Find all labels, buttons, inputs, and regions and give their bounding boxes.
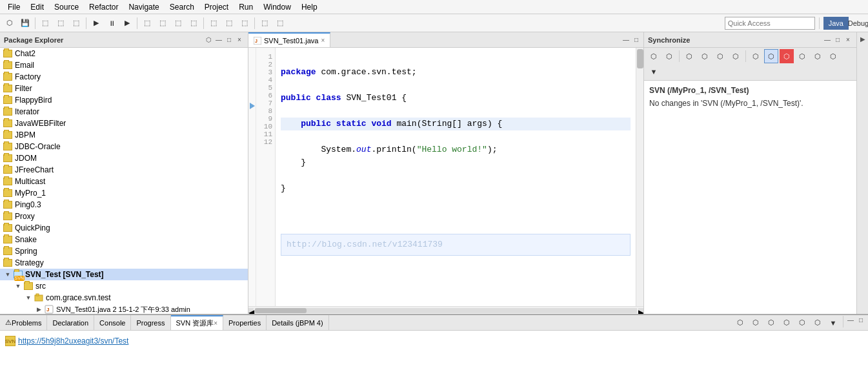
tree-item-jdbc[interactable]: JDBC-Oracle: [0, 141, 248, 152]
sync-btn-5[interactable]: ⬡: [713, 49, 727, 63]
panel-close-btn[interactable]: ×: [235, 36, 244, 45]
sync-max-btn[interactable]: □: [833, 36, 842, 45]
menu-source[interactable]: Source: [49, 1, 84, 13]
sync-btn-6[interactable]: ⬡: [729, 49, 743, 63]
bottom-panel-btn-1[interactable]: ⬡: [733, 316, 747, 330]
tree-item-proxy[interactable]: Proxy: [0, 211, 248, 222]
menu-window[interactable]: Window: [258, 1, 296, 13]
tree-item-jbpm[interactable]: JBPM: [0, 129, 248, 141]
sync-btn-11[interactable]: ⬡: [811, 49, 825, 63]
menu-search[interactable]: Search: [165, 1, 199, 13]
tree-item-strategy[interactable]: Strategy: [0, 257, 248, 269]
panel-max-btn[interactable]: □: [225, 36, 234, 45]
tree-item-src[interactable]: ▼ src: [0, 280, 248, 292]
tree-expand-icon[interactable]: ▼: [3, 271, 13, 278]
bottom-panel-btn-4[interactable]: ⬡: [780, 316, 794, 330]
tree-item-chat2[interactable]: Chat2: [0, 48, 248, 59]
tree-item-jdom[interactable]: JDOM: [0, 152, 248, 164]
panel-min-btn[interactable]: —: [214, 36, 223, 45]
editor-max-btn[interactable]: □: [632, 36, 641, 45]
sync-btn-12[interactable]: ⬡: [826, 49, 840, 63]
editor-min-btn[interactable]: —: [621, 36, 631, 45]
bottom-tab-problems[interactable]: ⚠ Problems: [0, 315, 47, 330]
tree-item-javawebfilter[interactable]: JavaWEBFilter: [0, 118, 248, 129]
bottom-panel-btn-6[interactable]: ⬡: [811, 316, 825, 330]
tree-item-multicast[interactable]: Multicast: [0, 176, 248, 187]
tree-expand-icon[interactable]: ▶: [34, 306, 44, 313]
bottom-max-btn[interactable]: □: [856, 316, 865, 325]
sync-min-btn[interactable]: —: [823, 36, 832, 45]
sync-btn-2[interactable]: ⬡: [662, 49, 676, 63]
toolbar-btn-8[interactable]: ⬚: [187, 16, 201, 30]
toolbar-new-btn[interactable]: ⬡: [3, 16, 17, 30]
tree-item-javafile[interactable]: ▶ J SVN_Test01.java 2 15-1-2 下午9:33 admi…: [0, 304, 248, 314]
code-content[interactable]: package com.grace.svn.test; public class…: [276, 48, 636, 306]
tree-item-jfreechart[interactable]: JFreeChart: [0, 164, 248, 176]
menu-help[interactable]: Help: [296, 1, 323, 13]
sync-btn-1[interactable]: ⬡: [647, 49, 661, 63]
tree-item-package[interactable]: ▼ com.grace.svn.test: [0, 292, 248, 304]
bottom-min-btn[interactable]: —: [846, 316, 855, 325]
toolbar-btn-11[interactable]: ⬚: [237, 16, 252, 30]
bottom-tab-declaration[interactable]: Declaration: [47, 315, 94, 330]
toolbar-btn-9[interactable]: ⬚: [207, 16, 221, 30]
bottom-panel-btn-7[interactable]: ▼: [826, 316, 840, 330]
tree-item-mypro[interactable]: MyPro_1: [0, 187, 248, 199]
toolbar-stop-btn[interactable]: ⏸: [105, 16, 119, 30]
bottom-panel-btn-2[interactable]: ⬡: [749, 316, 763, 330]
tree-expand-icon[interactable]: ▼: [23, 294, 34, 301]
panel-collapse-btn[interactable]: ⬡: [204, 36, 213, 45]
menu-navigate[interactable]: Navigate: [123, 1, 164, 13]
toolbar-btn-3[interactable]: ⬚: [54, 16, 68, 30]
menu-edit[interactable]: Edit: [25, 1, 49, 13]
sync-close-btn[interactable]: ×: [843, 36, 853, 45]
menu-file[interactable]: File: [3, 1, 25, 13]
tree-item-ping[interactable]: Ping0.3: [0, 199, 248, 211]
tree-item-svntest[interactable]: ▼ SVN SVN_Test [SVN_Test]: [0, 269, 248, 280]
debug-perspective-btn[interactable]: Debug: [851, 16, 865, 30]
toolbar-btn-7[interactable]: ⬚: [171, 16, 185, 30]
java-perspective-btn[interactable]: Java: [823, 17, 849, 30]
sync-btn-10[interactable]: ⬡: [795, 49, 809, 63]
tree-item-snake[interactable]: Snake: [0, 234, 248, 245]
toolbar-btn-13[interactable]: ⬚: [273, 16, 287, 30]
tree-item-flappybird[interactable]: FlappyBird: [0, 94, 248, 106]
sync-btn-7[interactable]: ⬡: [749, 49, 763, 63]
tree-item-email[interactable]: Email: [0, 59, 248, 71]
toolbar-btn-2[interactable]: ⬚: [38, 16, 52, 30]
svn-url-text[interactable]: https://5h9j8h2uxeagit3/svn/Test: [18, 336, 128, 346]
tree-item-factory[interactable]: Factory: [0, 71, 248, 83]
bottom-panel-btn-5[interactable]: ⬡: [795, 316, 809, 330]
bottom-tab-details[interactable]: Details (jBPM 4): [267, 315, 328, 330]
editor-tab-close-btn[interactable]: ×: [321, 37, 325, 44]
sync-btn-9[interactable]: ⬡: [780, 49, 794, 63]
editor-tab-svntest[interactable]: J SVN_Test01.java ×: [248, 32, 330, 47]
bottom-tab-properties[interactable]: Properties: [223, 315, 267, 330]
toolbar-save-btn[interactable]: 💾: [18, 16, 32, 30]
toolbar-btn-10[interactable]: ⬚: [222, 16, 236, 30]
sync-btn-4[interactable]: ⬡: [698, 49, 712, 63]
toolbar-btn-4[interactable]: ⬚: [69, 16, 83, 30]
bottom-tab-svn-close[interactable]: ×: [214, 320, 217, 327]
editor-hscrollbar[interactable]: ◀ ▶: [248, 306, 643, 314]
hscroll-thumb[interactable]: [255, 308, 307, 313]
sync-btn-3[interactable]: ⬡: [682, 49, 696, 63]
tree-item-quickping[interactable]: QuickPing: [0, 222, 248, 234]
scroll-right-btn[interactable]: ▶: [638, 308, 643, 313]
tree-expand-icon[interactable]: ▼: [13, 283, 23, 289]
menu-project[interactable]: Project: [199, 1, 234, 13]
menu-refactor[interactable]: Refactor: [84, 1, 123, 13]
tree-item-iterator[interactable]: Iterator: [0, 106, 248, 118]
bottom-panel-btn-3[interactable]: ⬡: [764, 316, 778, 330]
editor-vscrollbar[interactable]: [636, 48, 643, 306]
menu-run[interactable]: Run: [234, 1, 258, 13]
bottom-tab-console[interactable]: Console: [94, 315, 131, 330]
quick-access-input[interactable]: [725, 17, 815, 30]
toolbar-btn-5[interactable]: ⬚: [140, 16, 154, 30]
toolbar-run-btn[interactable]: ▶: [120, 16, 134, 30]
hscroll-track[interactable]: [255, 308, 637, 313]
tree-item-spring[interactable]: Spring: [0, 245, 248, 257]
tree-item-filter[interactable]: Filter: [0, 83, 248, 94]
far-right-btn[interactable]: ▶: [860, 35, 866, 43]
toolbar-debug-btn[interactable]: ▶: [89, 16, 103, 30]
